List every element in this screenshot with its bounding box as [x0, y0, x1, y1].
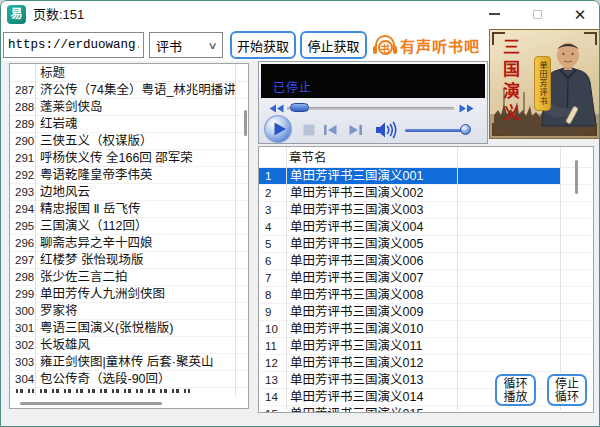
previous-track-button[interactable]	[321, 123, 339, 137]
book-row-number: 298	[10, 269, 35, 285]
next-track-button[interactable]	[347, 123, 365, 137]
loop-play-button[interactable]: 循环 播放	[495, 374, 536, 406]
category-selected-value: 评书	[156, 36, 182, 55]
book-row-title: 三国演义（112回）	[35, 218, 248, 234]
cover-ribbon-text: 单田芳评书	[534, 56, 551, 111]
player-display: 已停止	[261, 64, 485, 98]
chapter-list-body: 1 单田芳评书三国演义001 2 单田芳评书三国演义002 3 单田芳评书三国演…	[259, 168, 593, 406]
book-list-row[interactable]: 303 雍正剑侠图|童林传 后套·聚英山	[10, 354, 248, 371]
book-list-row[interactable]: 288 蓬莱剑侠岛	[10, 99, 248, 116]
stop-button[interactable]	[301, 122, 317, 138]
book-list-body: 287 济公传（74集全）粤语_林兆明播讲 288 蓬莱剑侠岛 289 红岩魂 …	[10, 82, 248, 388]
book-row-title: 张少佐三言二拍	[35, 269, 248, 285]
book-list-vertical-scrollbar[interactable]	[244, 110, 247, 136]
chapter-list-partial-row: 15 单田芳评书三国演义015	[259, 406, 589, 412]
book-list-row[interactable]: 298 张少佐三言二拍	[10, 269, 248, 286]
category-select[interactable]: 评书 ∨	[149, 32, 223, 58]
book-row-number: 287	[10, 82, 35, 98]
cover-title-text: 三国演义	[497, 38, 522, 126]
chapter-list-row[interactable]: 4 单田芳评书三国演义004	[259, 219, 593, 236]
book-list-row[interactable]: 296 聊斋志异之辛十四娘	[10, 235, 248, 252]
book-list-row[interactable]: 292 粤语乾隆皇帝李伟英	[10, 167, 248, 184]
play-button[interactable]	[263, 114, 293, 144]
url-input[interactable]	[3, 32, 144, 58]
seek-thumb[interactable]	[290, 103, 309, 112]
volume-icon[interactable]	[375, 121, 399, 139]
minimize-button[interactable]	[479, 2, 509, 26]
book-row-title: 边地风云	[35, 184, 248, 200]
book-row-number: 303	[10, 354, 35, 370]
chapter-list-row[interactable]: 10 单田芳评书三国演义010	[259, 321, 593, 338]
chapter-list-header: 章节名	[259, 147, 593, 168]
book-list-row[interactable]: 289 红岩魂	[10, 116, 248, 133]
book-list-row[interactable]: 291 呼杨侠义传 全166回 邵军荣	[10, 150, 248, 167]
book-list-row[interactable]: 290 三侠五义（权谋版）	[10, 133, 248, 150]
book-row-title: 精忠报国 Ⅱ 岳飞传	[35, 201, 248, 217]
chapter-list-row[interactable]: 12 单田芳评书三国演义012	[259, 355, 593, 372]
book-list-horizontal-scrollbar[interactable]	[20, 402, 162, 405]
start-fetch-button[interactable]: 开始获取	[230, 31, 296, 59]
book-list-header: 标题	[10, 64, 248, 82]
book-row-number: 289	[10, 116, 35, 132]
maximize-icon	[533, 10, 542, 19]
media-player: 已停止	[258, 61, 488, 144]
chapter-row-number: 3	[259, 202, 286, 218]
seek-track[interactable]	[287, 107, 454, 110]
chapter-list-row[interactable]: 2 单田芳评书三国演义002	[259, 185, 593, 202]
volume-thumb[interactable]	[460, 124, 471, 135]
chapter-row-number: 2	[259, 185, 286, 201]
chapter-list-row[interactable]: 14 单田芳评书三国演义014	[259, 389, 593, 406]
headphones-icon: 书	[373, 33, 397, 57]
book-list-row[interactable]: 300 罗家将	[10, 303, 248, 320]
app-window: 易 页数:151 ✕ 评书 ∨ 开始获取 停止获取 书 有声听书吧 标题	[0, 0, 600, 427]
close-button[interactable]: ✕	[565, 2, 595, 26]
player-controls	[259, 116, 487, 144]
book-row-number: 295	[10, 218, 35, 234]
chapter-row-name: 单田芳评书三国演义003	[286, 202, 593, 218]
book-list-row[interactable]: 293 边地风云	[10, 184, 248, 201]
book-row-number: 304	[10, 371, 35, 387]
chapter-row-name: 单田芳评书三国演义002	[286, 185, 593, 201]
minimize-icon	[489, 13, 500, 15]
book-row-title: 红楼梦 张怡现场版	[35, 252, 248, 268]
stop-fetch-button[interactable]: 停止获取	[300, 31, 367, 59]
book-list-row[interactable]: 295 三国演义（112回）	[10, 218, 248, 235]
book-list-row[interactable]: 297 红楼梦 张怡现场版	[10, 252, 248, 269]
book-list-row[interactable]: 302 长坂雄风	[10, 337, 248, 354]
chapter-list-row[interactable]: 6 单田芳评书三国演义006	[259, 253, 593, 270]
cover-corner-ornament	[492, 32, 505, 45]
book-list-row[interactable]: 299 单田芳传人九洲剑侠图	[10, 286, 248, 303]
book-row-number: 290	[10, 133, 35, 149]
loop-stop-button[interactable]: 停止 循环	[547, 374, 587, 406]
chapter-list-row[interactable]: 8 单田芳评书三国演义008	[259, 287, 593, 304]
chapter-list-row[interactable]: 11 单田芳评书三国演义011	[259, 338, 593, 355]
chapter-list-row[interactable]: 5 单田芳评书三国演义005	[259, 236, 593, 253]
rewind-icon[interactable]	[269, 104, 284, 113]
chapter-row-number: 11	[259, 338, 286, 354]
book-row-title: 雍正剑侠图|童林传 后套·聚英山	[35, 354, 248, 370]
chapter-list-row[interactable]: 3 单田芳评书三国演义003	[259, 202, 593, 219]
chapter-list-vertical-scrollbar[interactable]	[575, 160, 578, 194]
fast-forward-icon[interactable]	[459, 104, 474, 113]
chapter-list-table: 章节名 1 单田芳评书三国演义001 2 单田芳评书三国演义002 3 单田芳评…	[258, 146, 594, 413]
chapter-row-number: 9	[259, 304, 286, 320]
chapter-list-row[interactable]: 9 单田芳评书三国演义009	[259, 304, 593, 321]
maximize-button[interactable]	[522, 2, 552, 26]
chapter-list-row[interactable]: 13 单田芳评书三国演义013	[259, 372, 593, 389]
chapter-row-name: 单田芳评书三国演义006	[286, 253, 593, 269]
book-list-row[interactable]: 301 粤语三国演义(张悦楷版)	[10, 320, 248, 337]
book-row-number: 288	[10, 99, 35, 115]
cover-corner-ornament	[584, 123, 597, 136]
loop-stop-label-line2: 循环	[555, 390, 579, 404]
book-row-title: 呼杨侠义传 全166回 邵军荣	[35, 150, 248, 166]
chapter-row-name: 单田芳评书三国演义011	[286, 338, 593, 354]
book-list-row[interactable]: 287 济公传（74集全）粤语_林兆明播讲	[10, 82, 248, 99]
book-row-title: 三侠五义（权谋版）	[35, 133, 248, 149]
book-row-number: 293	[10, 184, 35, 200]
chapter-list-row[interactable]: 1 单田芳评书三国演义001	[259, 168, 593, 185]
chapter-row-name: 单田芳评书三国演义010	[286, 321, 593, 337]
chapter-list-row[interactable]: 7 单田芳评书三国演义007	[259, 270, 593, 287]
book-list-row[interactable]: 304 包公传奇（选段-90回）	[10, 371, 248, 388]
book-list-row[interactable]: 294 精忠报国 Ⅱ 岳飞传	[10, 201, 248, 218]
window-title: 页数:151	[33, 1, 84, 27]
